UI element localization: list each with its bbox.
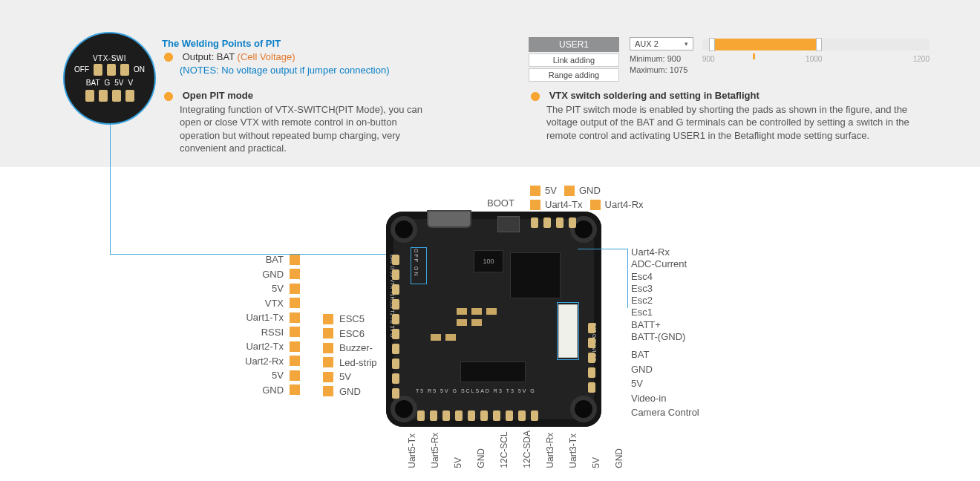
pad-icon: [590, 200, 601, 210]
pin-label: 5V: [591, 431, 601, 468]
bf-aux-value: AUX 2: [635, 39, 659, 48]
pin-label: 12C-SDA: [522, 431, 532, 468]
smd: [431, 334, 441, 341]
pin-label: Video-in: [631, 391, 699, 406]
detail-pad: [120, 64, 129, 76]
welding-title: The Welding Points of PIT: [162, 37, 429, 50]
bullet-icon: [162, 90, 175, 103]
pad-icon: [290, 341, 300, 352]
bf-link-adding-button[interactable]: Link adding: [529, 53, 619, 67]
bf-range-adding-button[interactable]: Range adding: [529, 68, 619, 82]
flight-controller-board: 100 OFF ON BAT G 5V VTX T1RSSI T2 R2 5V …: [386, 212, 601, 427]
mount-hole: [391, 216, 417, 243]
pin-label-row: Uart2-Tx: [245, 339, 300, 354]
pin-label-row: Uart1-Tx: [245, 310, 300, 325]
pin-label-row: 5V: [323, 370, 377, 385]
pad-icon: [290, 385, 300, 395]
welding-points-blurb: The Welding Points of PIT Output: BAT (C…: [162, 37, 429, 77]
usb-c-port: [427, 210, 471, 228]
pin-label: GND: [262, 383, 284, 398]
left-pin-labels-a: BATGND5VVTXUart1-TxRSSIUart2-TxUart2-Rx5…: [245, 252, 300, 397]
pin-label: Uart2-Tx: [246, 339, 284, 354]
bf-maximum-label: Maximum: 1075: [630, 65, 693, 76]
pad-icon: [290, 370, 300, 381]
mount-hole: [570, 396, 597, 422]
pin-label: Led-strip: [339, 356, 377, 370]
detail-pad: [85, 90, 94, 102]
pit-title: Open PIT mode: [183, 90, 253, 101]
pin-label: Buzzer-: [339, 341, 373, 356]
bf-range-slider[interactable]: [702, 39, 930, 50]
detail-pad-label: G: [105, 79, 111, 87]
smd: [457, 308, 467, 315]
detail-pad: [107, 64, 116, 76]
mount-hole: [391, 396, 417, 422]
pin-label-row: GND: [323, 385, 377, 399]
pin-label-row: Uart2-Rx: [245, 354, 300, 369]
detail-pad-label: 5V: [114, 79, 123, 87]
pad-icon: [323, 314, 333, 324]
pin-label: 5V: [272, 368, 284, 383]
left-pin-labels-b: ESC5ESC6Buzzer-Led-strip5VGND: [323, 312, 377, 399]
pin-label: Camera Control: [631, 405, 699, 420]
bullet-icon: [162, 50, 175, 64]
pin-label: BAT: [266, 252, 284, 267]
pin-label: GND: [339, 385, 361, 399]
pad-icon: [290, 356, 300, 366]
pad-icon: [290, 255, 300, 265]
pin-label: Uart4-Rx: [631, 246, 699, 258]
bf-slider-handle-left[interactable]: [709, 38, 715, 51]
pin-label: ADC-Current: [631, 258, 699, 270]
bottom-pad-row: [417, 410, 538, 421]
output-note: (NOTES: No voltage output if jumper conn…: [180, 64, 390, 77]
boot-label: BOOT: [487, 197, 514, 209]
bf-tick: 900: [702, 55, 715, 63]
detail-vtx-label: VTX-SWI: [93, 54, 126, 62]
pin-label: Uart3-Tx: [568, 431, 578, 468]
bf-slider-handle-right[interactable]: [816, 38, 822, 51]
bf-marker: [753, 53, 755, 59]
leader-line-right: [578, 249, 628, 308]
bf-user1-tab[interactable]: USER1: [529, 37, 619, 52]
pin-label-row: 5V: [245, 281, 300, 296]
pin-label: ESC6: [339, 327, 365, 341]
pad-icon: [290, 284, 300, 294]
pin-label-row: BAT: [245, 252, 300, 267]
pad-icon: [323, 386, 333, 396]
bf-tick: 1200: [913, 55, 930, 63]
top-pin-labels-row2: Uart4-TxUart4-Rx: [530, 197, 644, 212]
pit-highlight: [411, 247, 427, 284]
pad-icon: [564, 186, 575, 196]
smd: [457, 319, 467, 326]
pin-label: BAT: [631, 347, 699, 362]
pit-detail-zoom: VTX-SWI OFF ON BAT G 5V V: [63, 32, 156, 125]
pin-label: ESC5: [339, 312, 365, 327]
betaflight-panel: USER1 Link adding Range adding AUX 2 Min…: [529, 37, 930, 80]
pad-icon: [323, 357, 333, 367]
pin-label-row: ESC5: [323, 312, 377, 327]
pin-label-row: RSSI: [245, 325, 300, 340]
chip-100: 100: [474, 250, 503, 272]
pin-label: BATT+: [631, 319, 699, 331]
detail-pad: [112, 90, 121, 102]
detail-pad: [99, 90, 108, 102]
pin-label: Uart5-Tx: [407, 431, 417, 468]
smd: [486, 308, 497, 315]
pad-icon: [530, 186, 540, 196]
bf-aux-select[interactable]: AUX 2: [630, 37, 693, 50]
right-pad-column: [588, 323, 595, 393]
pad-icon: [530, 200, 540, 210]
pad-icon: [290, 313, 300, 323]
pad-icon: [290, 269, 300, 279]
pin-label: GND: [631, 362, 699, 377]
pit-mode-blurb: Open PIT mode Integrating function of VT…: [162, 89, 429, 155]
detail-pad-label: V: [128, 79, 134, 87]
silkscreen-bottom: T5 R5 5V G SCLSAD R3 T3 5V G: [416, 388, 536, 393]
right-pin-labels: Uart4-RxADC-CurrentEsc4Esc3Esc2Esc1BATT+…: [631, 246, 699, 420]
detail-pad-label: BAT: [86, 79, 100, 87]
pin-label-row: 5V: [245, 368, 300, 383]
pin-label-row: VTX: [245, 296, 300, 311]
pin-label: 12C-SCL: [499, 431, 509, 468]
top-pad-row: [531, 217, 576, 228]
pad-icon: [323, 328, 333, 338]
